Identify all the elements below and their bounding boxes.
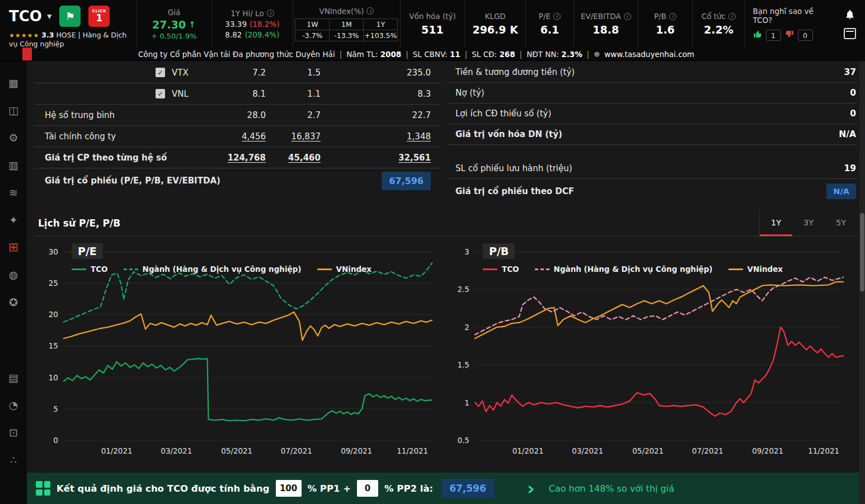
value-by-pe[interactable]: 124,768 [199,153,266,163]
calculator-grid-icon [36,481,50,496]
info-icon[interactable]: i [553,13,561,20]
notification-bell-icon[interactable] [844,9,855,22]
chart-legend: TCONgành (Hàng & Dịch vụ Công nghiệp)VNi… [72,265,372,274]
company-shareholders: SL CĐ: 268 [472,50,515,59]
sidebar-item-rating[interactable]: ✦ [0,206,27,233]
info-icon[interactable]: i [267,10,274,17]
chevron-right-icon[interactable]: › [527,481,535,496]
vertical-scrollbar[interactable] [859,61,865,504]
ticker-selector[interactable]: TCO ▼ [9,8,51,25]
sidebar-item-trading[interactable]: ▥ [0,151,27,178]
metric-value: 37 [844,67,856,77]
pp1-input[interactable] [276,480,302,497]
ticker-symbol: TCO [9,8,42,25]
sidebar-item-share[interactable]: ∴ [0,446,27,473]
fin-earnings[interactable]: 4,456 [199,131,266,142]
thumb-down-icon[interactable] [785,30,794,41]
lo-value: 8.82 [225,30,242,39]
field-label: NĐT NN: [526,50,559,59]
sidebar-item-reports[interactable]: ▤ [0,364,27,391]
value-by-ev[interactable]: 32,561 [321,153,431,163]
field-label: SL CĐ: [472,50,497,59]
sidebar-item-settings[interactable]: ⚙ [0,124,27,151]
period-tabs: 1Y 3Y 5Y [759,210,857,236]
legend-item[interactable]: TCO [72,265,108,274]
metric-value: 0 [850,88,856,98]
vtx-checkbox[interactable]: ✓ [156,68,165,77]
tab-3y[interactable]: 3Y [792,210,825,236]
sidebar-item-financials[interactable]: ≋ [0,178,27,206]
stat-marketcap: Vốn hóa (tỷ) 511 [400,0,464,48]
svg-text:01/2021: 01/2021 [513,446,544,455]
rating-icon: ✦ [9,214,18,226]
svg-text:03/2021: 03/2021 [572,446,603,455]
separator: | [465,50,468,59]
metric-row-debt: Nợ (tỷ) 0 [448,83,857,103]
vnindex-table: 1W 1M 1Y -3.7% -13.3% +103.5% [295,18,398,41]
tab-5y[interactable]: 5Y [825,210,857,236]
vnl-checkbox[interactable]: ✓ [156,89,165,98]
globe-icon: ⊕ [594,50,600,58]
peer-ticker: VTX [172,68,189,78]
svg-text:0.5: 0.5 [457,436,469,445]
feed-icon: ◍ [9,269,18,281]
info-icon[interactable]: i [366,7,374,15]
legend-label: TCO [502,265,519,274]
info-icon[interactable]: i [669,13,676,20]
calendar-icon[interactable] [844,28,856,39]
svg-text:2.5: 2.5 [457,285,469,294]
price-value: 27.30 [152,18,186,31]
peer-ev: 235.0 [321,68,431,78]
pb-history-chart: P/B TCONgành (Hàng & Dịch vụ Công nghiệp… [446,237,857,467]
svg-text:20: 20 [49,310,58,319]
footer-result-value: 67,596 [441,479,494,498]
fin-ebitda[interactable]: 1,348 [321,131,431,142]
auction-button[interactable]: ⚑ [59,6,81,27]
feedback-label: Bạn nghĩ sao về TCO? [753,7,830,25]
legend-item[interactable]: VNindex [317,265,372,274]
legend-item[interactable]: VNindex [728,265,783,274]
sidebar-item-peers[interactable]: ◫ [0,96,27,124]
tab-1y[interactable]: 1Y [760,210,792,236]
company-foreign-ownership: NĐT NN: 2.3% [526,50,582,59]
field-label: SL CBNV: [413,50,448,59]
svg-text:09/2021: 09/2021 [752,446,783,455]
legend-item[interactable]: TCO [483,265,519,274]
scrollbar-thumb[interactable] [860,213,864,291]
sidebar-item-ownership[interactable]: ◔ [0,391,27,418]
sidebar-item-market[interactable]: ▦ [0,69,27,96]
info-icon[interactable]: i [728,13,736,20]
legend-label: VNindex [336,265,372,274]
peer-pe: 8.1 [199,89,266,99]
separator: | [587,50,590,59]
svg-text:1: 1 [464,398,469,407]
thumb-up-icon[interactable] [753,30,762,41]
stat-value: 18.8 [593,23,619,36]
legend-item[interactable]: Ngành (Hàng & Dịch vụ Công nghiệp) [535,265,713,274]
sidebar-item-news-feed[interactable]: ◍ [0,261,27,288]
sidebar-item-valuation[interactable]: ⊞ [0,233,27,261]
legend-swatch [535,269,549,270]
fin-bookvalue[interactable]: 16,837 [266,131,321,142]
legend-swatch [483,269,497,270]
svg-text:25: 25 [49,279,58,288]
sidebar-item-media[interactable]: ⊡ [0,418,27,446]
value-by-pb[interactable]: 45,460 [266,153,321,163]
stat-label: Vốn hóa (tỷ) [409,12,456,21]
footer-text: Kết quả định giá cho TCO được tính bằng [57,483,270,494]
ticker-block: TCO ▼ ⚑ CLICK 1 ★★★★★3.3HOSE | Hàng & Dị… [0,0,136,48]
vnindex-value-1y: +103.5% [364,30,398,41]
table-row-average: Hệ số trung bình 28.0 2.7 22.7 [35,105,442,126]
field-value: 2008 [380,50,402,59]
company-employees: SL CBNV: 11 [413,50,460,59]
pp2-input[interactable] [357,480,378,497]
stat-label: P/B [654,12,666,21]
vnindex-col-1m: 1M [330,19,364,30]
sidebar-item-watchlist[interactable]: ✪ [0,288,27,315]
oneclick-button[interactable]: CLICK 1 [88,6,110,27]
company-website-link[interactable]: www.tasaduyenhai.com [604,50,694,59]
stat-value: 1.6 [656,23,675,36]
info-icon[interactable]: i [624,13,631,20]
legend-item[interactable]: Ngành (Hàng & Dịch vụ Công nghiệp) [124,265,302,274]
lo-percent: (209.4%) [245,30,279,39]
